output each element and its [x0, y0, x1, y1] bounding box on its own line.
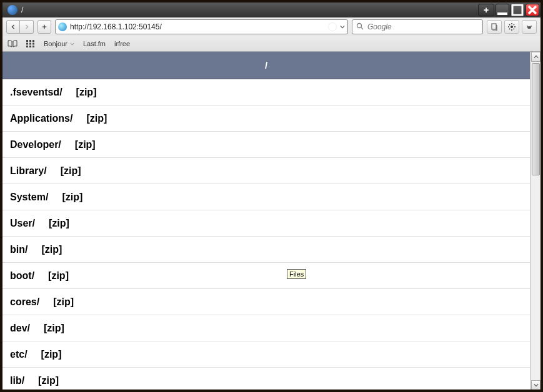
directory-link[interactable]: Applications/: [10, 113, 72, 124]
list-item: lib/[zip]: [2, 368, 530, 390]
directory-link[interactable]: .fseventsd/: [10, 87, 62, 98]
bookmark-bonjour[interactable]: Bonjour: [44, 40, 74, 47]
zip-link[interactable]: [zip]: [76, 87, 97, 98]
svg-point-5: [527, 26, 531, 29]
directory-link[interactable]: User/: [10, 218, 35, 229]
list-item: etc/[zip]: [2, 341, 530, 368]
new-tab-button[interactable]: +: [478, 4, 494, 16]
list-item: bin/[zip]: [2, 237, 530, 263]
bookmark-label: Bonjour: [44, 40, 67, 47]
directory-link[interactable]: etc/: [10, 349, 27, 360]
list-item: boot/[zip]: [2, 263, 530, 289]
page-header: /: [2, 52, 530, 79]
list-item: Library/[zip]: [2, 158, 530, 184]
svg-rect-10: [32, 40, 34, 42]
window-buttons: +: [478, 4, 539, 16]
viewport: / .fseventsd/[zip]Applications/[zip]Deve…: [2, 52, 541, 390]
globe-icon: [58, 22, 67, 31]
list-item: User/[zip]: [2, 210, 530, 237]
directory-link[interactable]: Developer/: [10, 139, 61, 150]
back-button[interactable]: [6, 20, 20, 34]
scrollbar-thumb[interactable]: [532, 63, 540, 175]
search-icon: [356, 22, 364, 32]
settings-gear-button[interactable]: [504, 20, 519, 34]
scroll-down-button[interactable]: [531, 380, 541, 390]
list-item: .fseventsd/[zip]: [2, 79, 530, 105]
svg-rect-9: [29, 40, 31, 42]
extension-button[interactable]: [522, 20, 537, 34]
bookmark-irfree[interactable]: irfree: [114, 40, 130, 47]
vertical-scrollbar[interactable]: [531, 52, 541, 390]
svg-rect-14: [26, 46, 28, 47]
scroll-up-button[interactable]: [531, 52, 541, 62]
list-item: Developer/[zip]: [2, 132, 530, 158]
svg-point-2: [357, 23, 362, 27]
list-item: cores/[zip]: [2, 289, 530, 315]
svg-rect-8: [26, 40, 28, 42]
loading-spinner-icon: [328, 22, 337, 31]
grid-dial-icon[interactable]: [26, 40, 35, 47]
search-bar[interactable]: [352, 19, 483, 34]
directory-link[interactable]: cores/: [10, 296, 39, 308]
svg-point-7: [531, 26, 532, 27]
nav-back-forward: [6, 20, 34, 34]
url-dropdown-icon[interactable]: [340, 22, 345, 31]
forward-button[interactable]: [20, 20, 34, 34]
svg-point-6: [527, 26, 528, 27]
maximize-button[interactable]: [511, 4, 524, 16]
zip-link[interactable]: [zip]: [61, 165, 81, 177]
bookmark-label: Last.fm: [83, 40, 106, 47]
zip-link[interactable]: [zip]: [62, 192, 82, 203]
svg-rect-0: [497, 12, 507, 15]
minimize-button[interactable]: [496, 4, 509, 16]
reading-list-icon[interactable]: [7, 40, 17, 47]
chevron-down-icon: [70, 40, 74, 47]
svg-rect-11: [26, 43, 28, 45]
list-item: Applications/[zip]: [2, 105, 530, 132]
directory-link[interactable]: Library/: [10, 165, 47, 177]
svg-rect-1: [512, 5, 522, 15]
zip-link[interactable]: [zip]: [53, 296, 74, 308]
directory-listing: .fseventsd/[zip]Applications/[zip]Develo…: [2, 79, 530, 390]
directory-link[interactable]: System/: [10, 192, 48, 203]
directory-link[interactable]: lib/: [10, 375, 24, 386]
window-title: /: [21, 6, 478, 14]
zip-link[interactable]: [zip]: [48, 270, 69, 282]
svg-rect-13: [32, 43, 34, 45]
zip-link[interactable]: [zip]: [44, 323, 64, 334]
directory-link[interactable]: bin/: [10, 244, 27, 255]
zip-link[interactable]: [zip]: [41, 244, 62, 255]
zip-link[interactable]: [zip]: [41, 349, 62, 360]
search-input[interactable]: [367, 22, 479, 31]
zip-link[interactable]: [zip]: [86, 113, 107, 124]
svg-rect-15: [29, 46, 31, 47]
toolbar-right: [487, 20, 537, 34]
svg-rect-16: [32, 46, 34, 47]
directory-link[interactable]: dev/: [10, 323, 30, 334]
window-titlebar: / +: [2, 2, 541, 17]
zip-link[interactable]: [zip]: [75, 139, 96, 150]
page-menu-button[interactable]: [487, 20, 502, 34]
directory-link[interactable]: boot/: [10, 270, 34, 282]
bookmark-label: irfree: [114, 40, 130, 47]
svg-rect-3: [492, 24, 496, 29]
url-bar[interactable]: http://192.168.1.102:50145/: [55, 19, 348, 34]
page-content: / .fseventsd/[zip]Applications/[zip]Deve…: [2, 52, 531, 390]
bookmark-lastfm[interactable]: Last.fm: [83, 40, 106, 47]
browser-chrome: http://192.168.1.102:50145/: [2, 17, 541, 52]
app-icon: [7, 5, 17, 15]
zip-link[interactable]: [zip]: [49, 218, 69, 229]
tooltip: Files: [287, 269, 306, 279]
add-bookmark-button[interactable]: [37, 20, 51, 34]
navigation-bar: http://192.168.1.102:50145/: [2, 17, 541, 36]
page-title: /: [265, 60, 267, 71]
url-text: http://192.168.1.102:50145/: [70, 22, 325, 31]
svg-point-4: [511, 26, 513, 28]
svg-rect-12: [29, 43, 31, 45]
bookmarks-bar: Bonjour Last.fm irfree: [2, 36, 541, 51]
list-item: dev/[zip]: [2, 315, 530, 341]
list-item: System/[zip]: [2, 184, 530, 210]
close-button[interactable]: [526, 4, 539, 16]
zip-link[interactable]: [zip]: [38, 375, 59, 386]
